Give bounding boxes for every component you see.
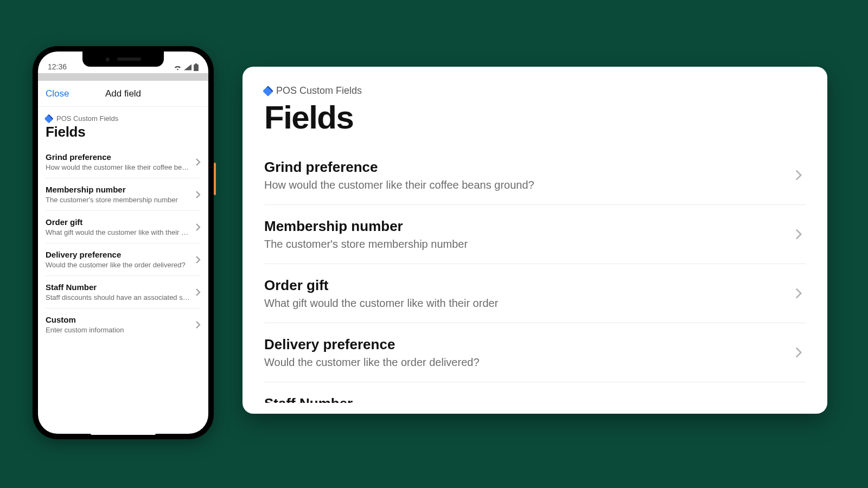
chevron-right-icon [795,287,802,300]
cell-signal-icon [184,64,192,70]
field-desc: How would the customer like their coffee… [264,179,795,191]
detail-card: POS Custom Fields Fields Grind preferenc… [242,67,827,414]
chevron-right-icon [195,255,201,264]
field-title: Delivery preference [46,250,191,259]
field-title: Membership number [46,185,191,194]
chevron-right-icon [195,223,201,232]
chevron-right-icon [195,320,201,329]
field-title: Grind preference [46,152,191,162]
page-title: Fields [46,124,201,140]
field-row[interactable]: Delivery preference Would the customer l… [264,323,806,382]
field-row[interactable]: Order gift What gift would the customer … [264,264,806,323]
app-icon [44,114,54,123]
field-desc: How would the customer like their coffee… [46,163,191,171]
status-icons [174,63,199,71]
field-title: Staff Number [46,282,191,292]
chevron-right-icon [795,346,802,359]
field-title: Custom [46,315,191,324]
field-row[interactable]: Staff Number Staff discounts should have… [264,382,806,403]
field-title: Grind preference [264,159,795,176]
field-desc: What gift would the customer like with t… [46,228,191,236]
field-desc: Enter custom information [46,326,191,334]
field-row[interactable]: Delivery preference Would the customer l… [46,243,201,276]
status-time: 12:36 [48,62,67,71]
field-row[interactable]: Membership number The customer's store m… [46,178,201,211]
close-button[interactable]: Close [46,88,69,99]
battery-icon [194,63,199,71]
page-title: Fields [264,99,806,136]
app-icon [263,86,273,97]
modal-nav-bar: Close Add field [38,81,208,107]
chevron-right-icon [195,158,201,166]
field-row[interactable]: Custom Enter custom information [46,309,201,341]
field-title: Staff Number [264,395,795,403]
field-desc: Would the customer like the order delive… [46,261,191,269]
phone-mockup: 12:36 Close Add field POS Custom Fields … [33,46,214,439]
chevron-right-icon [195,190,201,199]
field-desc: The customer's store membership number [264,238,795,251]
fields-list-card: Grind preference How would the customer … [264,146,806,403]
app-tag: POS Custom Fields [264,85,806,97]
field-row[interactable]: Grind preference How would the customer … [264,146,806,205]
home-indicator [91,432,156,435]
phone-side-button [214,163,216,195]
field-desc: Staff discounts should have an associate… [46,293,191,301]
chevron-right-icon [795,169,802,182]
dimmed-backdrop [38,73,208,81]
fields-list-phone: Grind preference How would the customer … [46,146,201,434]
field-desc: The customer's store membership number [46,196,191,204]
phone-content: POS Custom Fields Fields Grind preferenc… [38,107,208,434]
field-title: Membership number [264,218,795,235]
field-row[interactable]: Grind preference How would the customer … [46,146,201,178]
phone-notch [82,52,164,67]
phone-screen: 12:36 Close Add field POS Custom Fields … [38,52,208,434]
field-row[interactable]: Order gift What gift would the customer … [46,211,201,243]
modal-title: Add field [105,88,141,99]
field-title: Order gift [46,217,191,227]
field-row[interactable]: Staff Number Staff discounts should have… [46,276,201,309]
wifi-icon [174,64,182,70]
chevron-right-icon [795,228,802,241]
app-name: POS Custom Fields [276,85,362,97]
field-title: Order gift [264,277,795,294]
field-row[interactable]: Membership number The customer's store m… [264,205,806,264]
app-tag: POS Custom Fields [46,114,201,123]
field-desc: Would the customer like the order delive… [264,356,795,369]
field-desc: What gift would the customer like with t… [264,297,795,310]
chevron-right-icon [195,288,201,297]
app-name: POS Custom Fields [56,114,118,123]
field-title: Delivery preference [264,336,795,353]
